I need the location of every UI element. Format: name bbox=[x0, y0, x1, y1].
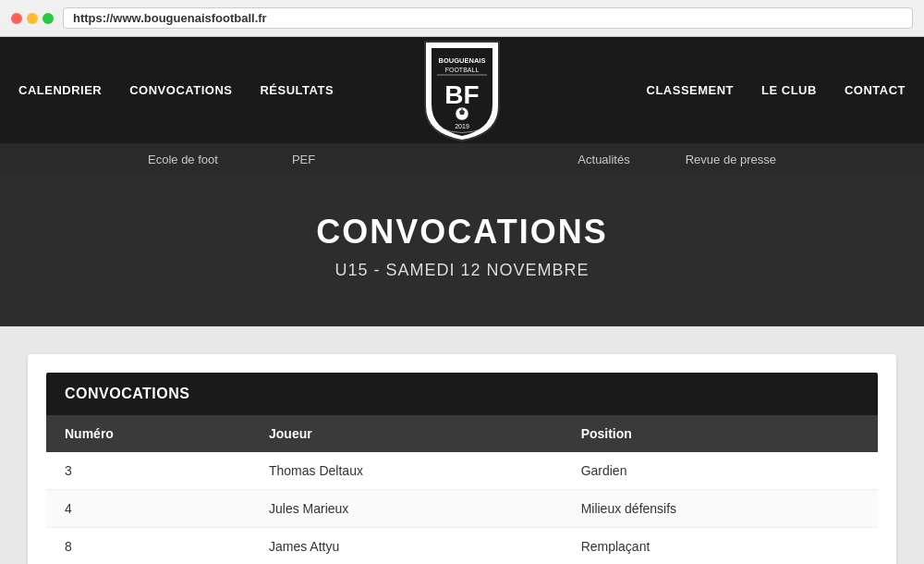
table-section-title: CONVOCATIONS bbox=[46, 373, 878, 415]
cell-joueur: Jules Marieux bbox=[250, 490, 563, 528]
nav-item-classement[interactable]: CLASSEMENT bbox=[647, 83, 735, 97]
cell-position: Remplaçant bbox=[563, 528, 878, 565]
nav-left: CALENDRIER CONVOCATIONS RÉSULTATS bbox=[18, 83, 411, 97]
nav-sub-ecole[interactable]: Ecole de foot bbox=[148, 153, 218, 166]
nav-top: CALENDRIER CONVOCATIONS RÉSULTATS BOUGUE… bbox=[0, 37, 924, 143]
hero-section: CONVOCATIONS U15 - SAMEDI 12 NOVEMBRE bbox=[0, 176, 924, 326]
nav-item-leclub[interactable]: LE CLUB bbox=[761, 83, 817, 97]
table-row: 3 Thomas Deltaux Gardien bbox=[46, 452, 878, 490]
main-content: CONVOCATIONS Numéro Joueur Position 3 Th… bbox=[0, 326, 924, 564]
browser-chrome: https://www.bouguenaisfootball.fr bbox=[0, 0, 924, 37]
page-title: CONVOCATIONS bbox=[18, 213, 906, 251]
close-dot[interactable] bbox=[11, 13, 22, 24]
nav-sub: Ecole de foot PEF Actualités Revue de pr… bbox=[0, 143, 924, 176]
nav-sub-left: Ecole de foot PEF bbox=[111, 153, 462, 166]
nav-sub-actualites[interactable]: Actualités bbox=[578, 153, 629, 166]
nav-item-contact[interactable]: CONTACT bbox=[845, 83, 906, 97]
table-row: 8 James Attyu Remplaçant bbox=[46, 528, 878, 565]
svg-text:FOOTBALL: FOOTBALL bbox=[445, 67, 480, 73]
url-domain: bouguenaisfootball.fr bbox=[144, 11, 267, 25]
convocations-card: CONVOCATIONS Numéro Joueur Position 3 Th… bbox=[28, 354, 896, 564]
page-subtitle: U15 - SAMEDI 12 NOVEMBRE bbox=[18, 261, 906, 280]
club-logo[interactable]: BOUGUENAIS FOOTBALL BF 2019 bbox=[411, 37, 513, 143]
logo-shield-svg: BOUGUENAIS FOOTBALL BF 2019 bbox=[420, 37, 504, 143]
main-nav: CALENDRIER CONVOCATIONS RÉSULTATS BOUGUE… bbox=[0, 37, 924, 176]
svg-text:BOUGUENAIS: BOUGUENAIS bbox=[439, 56, 486, 65]
cell-position: Milieux défensifs bbox=[563, 490, 878, 528]
url-bar[interactable]: https://www.bouguenaisfootball.fr bbox=[63, 7, 913, 29]
cell-joueur: James Attyu bbox=[250, 528, 563, 565]
nav-sub-pef[interactable]: PEF bbox=[292, 153, 315, 166]
cell-numero: 4 bbox=[46, 490, 250, 528]
cell-numero: 3 bbox=[46, 452, 250, 490]
maximize-dot[interactable] bbox=[43, 13, 54, 24]
minimize-dot[interactable] bbox=[27, 13, 38, 24]
cell-numero: 8 bbox=[46, 528, 250, 565]
svg-text:BF: BF bbox=[444, 80, 479, 109]
col-numero: Numéro bbox=[46, 415, 250, 452]
cell-position: Gardien bbox=[563, 452, 878, 490]
convocations-table: Numéro Joueur Position 3 Thomas Deltaux … bbox=[46, 415, 878, 564]
col-position: Position bbox=[563, 415, 878, 452]
nav-item-calendrier[interactable]: CALENDRIER bbox=[18, 83, 102, 97]
nav-item-resultats[interactable]: RÉSULTATS bbox=[260, 83, 334, 97]
nav-item-convocations[interactable]: CONVOCATIONS bbox=[129, 83, 232, 97]
svg-text:2019: 2019 bbox=[455, 123, 469, 129]
url-prefix: https://www. bbox=[73, 11, 144, 25]
table-header-row: Numéro Joueur Position bbox=[46, 415, 878, 452]
cell-joueur: Thomas Deltaux bbox=[250, 452, 563, 490]
nav-sub-revue[interactable]: Revue de presse bbox=[686, 153, 776, 166]
table-row: 4 Jules Marieux Milieux défensifs bbox=[46, 490, 878, 528]
nav-sub-right: Actualités Revue de presse bbox=[462, 153, 813, 166]
table-header: Numéro Joueur Position bbox=[46, 415, 878, 452]
col-joueur: Joueur bbox=[250, 415, 563, 452]
browser-dots bbox=[11, 13, 54, 24]
table-body: 3 Thomas Deltaux Gardien 4 Jules Marieux… bbox=[46, 452, 878, 564]
nav-right: CLASSEMENT LE CLUB CONTACT bbox=[513, 83, 906, 97]
